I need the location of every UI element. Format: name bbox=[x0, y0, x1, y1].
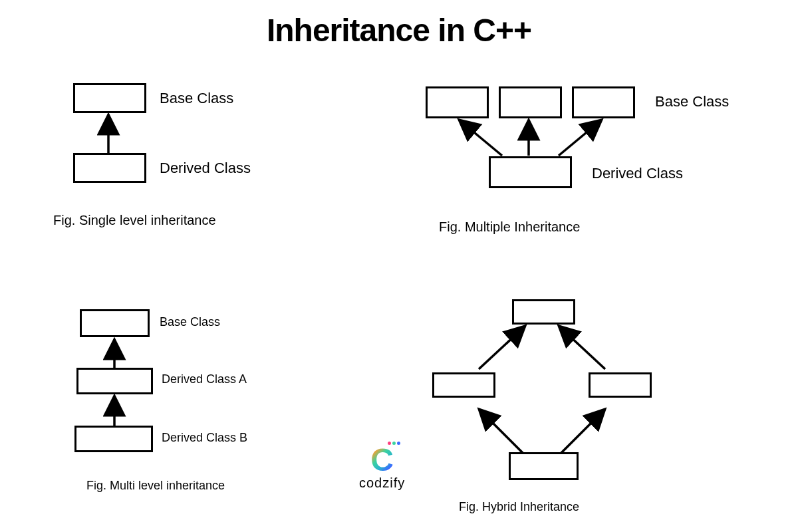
brand-logo-mark: C bbox=[370, 446, 394, 474]
single-base-label: Base Class bbox=[160, 90, 233, 107]
multi-derived-a-box bbox=[76, 368, 153, 394]
multiple-caption: Fig. Multiple Inheritance bbox=[439, 219, 580, 235]
multiple-base-box-3 bbox=[572, 86, 635, 118]
svg-line-1 bbox=[459, 120, 502, 156]
hybrid-right-box bbox=[589, 372, 652, 398]
svg-line-9 bbox=[559, 409, 605, 456]
brand-logo-dots-icon bbox=[388, 442, 400, 445]
multiple-base-label: Base Class bbox=[655, 93, 729, 110]
single-derived-label: Derived Class bbox=[160, 160, 251, 177]
brand-name: codzify bbox=[359, 475, 405, 491]
svg-line-6 bbox=[479, 326, 525, 369]
multiple-derived-box bbox=[489, 156, 572, 188]
svg-line-8 bbox=[479, 409, 525, 456]
hybrid-bottom-box bbox=[509, 452, 579, 480]
hybrid-top-box bbox=[512, 299, 575, 325]
multi-base-label: Base Class bbox=[160, 315, 220, 329]
multiple-base-box-1 bbox=[426, 86, 489, 118]
hybrid-left-box bbox=[432, 372, 495, 398]
svg-line-3 bbox=[559, 120, 602, 156]
multi-derived-b-box bbox=[74, 426, 153, 452]
single-caption: Fig. Single level inheritance bbox=[53, 213, 216, 228]
single-derived-box bbox=[73, 153, 146, 183]
page-title: Inheritance in C++ bbox=[0, 12, 798, 49]
svg-line-7 bbox=[559, 326, 605, 369]
multi-derived-b-label: Derived Class B bbox=[162, 431, 247, 445]
multi-base-box bbox=[80, 309, 150, 337]
multiple-base-box-2 bbox=[499, 86, 562, 118]
multiple-derived-label: Derived Class bbox=[592, 165, 683, 182]
brand-logo: C codzify bbox=[359, 446, 405, 491]
hybrid-caption: Fig. Hybrid Inheritance bbox=[459, 500, 579, 514]
multi-derived-a-label: Derived Class A bbox=[162, 372, 247, 386]
multi-caption: Fig. Multi level inheritance bbox=[86, 479, 225, 493]
single-base-box bbox=[73, 83, 146, 113]
